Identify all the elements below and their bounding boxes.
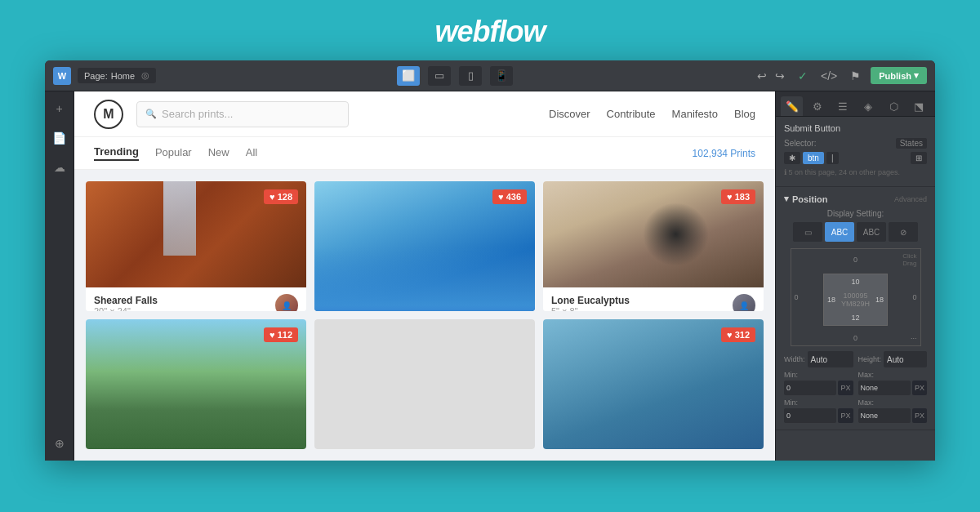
sidebar-assets-icon[interactable]: ☁ [49, 157, 70, 178]
heart-icon-6 [727, 330, 733, 340]
advanced-label[interactable]: Advanced [894, 195, 927, 203]
site-search-box[interactable]: 🔍 Search prints... [136, 101, 349, 127]
max-val-input[interactable]: None [858, 381, 911, 395]
device-mobile-btn[interactable]: 📱 [490, 66, 513, 86]
pos-label-bottom: 0 [853, 334, 858, 342]
display-none-btn[interactable]: ⊘ [889, 222, 918, 242]
tab-trending[interactable]: Trending [94, 145, 139, 161]
card-3-avatar: 👤 [733, 294, 755, 311]
code-btn[interactable]: </> [817, 68, 840, 84]
sel-tag-cursor[interactable]: | [826, 152, 839, 164]
toolbar-center: ⬜ ▭ ▯ 📱 [163, 66, 747, 86]
toolbar-right: ↩ ↪ ✓ </> ⚑ Publish [754, 67, 927, 84]
max2-val-input[interactable]: None [858, 408, 911, 423]
margin-left-val[interactable]: 18 [827, 296, 835, 304]
toolbar-logo: W [53, 67, 71, 85]
pos-label-left: 0 [795, 293, 799, 301]
publish-button[interactable]: Publish [871, 67, 927, 84]
display-block-btn[interactable]: ▭ [793, 222, 822, 242]
nav-manifesto[interactable]: Manifesto [672, 108, 718, 120]
website-content: M 🔍 Search prints... Discover Contribute… [74, 91, 775, 461]
redo-btn[interactable]: ↪ [772, 68, 788, 84]
min2-val-input[interactable]: 0 [784, 408, 836, 423]
card-3-image: 183 [543, 181, 764, 287]
height-input[interactable]: Auto [884, 351, 927, 367]
min-label: Min: [784, 371, 853, 379]
margin-bottom-val[interactable]: 12 [851, 314, 859, 322]
panel-tab-layout[interactable]: ☰ [831, 96, 853, 116]
nav-contribute[interactable]: Contribute [607, 108, 656, 120]
card-4-likes: 112 [264, 327, 298, 342]
nav-discover[interactable]: Discover [549, 108, 590, 120]
tab-new[interactable]: New [208, 146, 229, 160]
min-unit[interactable]: PX [838, 381, 853, 395]
states-btn[interactable]: States [896, 138, 927, 149]
preview-icon[interactable]: ◎ [141, 70, 149, 81]
flag-btn[interactable]: ⚑ [847, 68, 864, 84]
sidebar-layers-icon[interactable]: 📄 [49, 127, 70, 149]
device-desktop-btn[interactable]: ⬜ [397, 66, 420, 86]
panel-tab-interactions[interactable]: ◈ [858, 96, 880, 116]
pos-outer-box: 0 0 0 10 18 12 18 100095YM829H 0 ··· Cli… [791, 248, 921, 346]
device-tablet-btn[interactable]: ▯ [459, 66, 482, 86]
width-input[interactable]: Auto [808, 351, 853, 367]
sel-tag-grid[interactable]: ⊞ [911, 152, 927, 164]
webflow-header: webflow [0, 0, 980, 60]
max-unit[interactable]: PX [912, 381, 927, 395]
pos-more-btn[interactable]: ··· [911, 334, 917, 342]
sel-tag-btn[interactable]: btn [803, 152, 824, 164]
panel-tab-style[interactable]: ✏️ [781, 96, 803, 116]
position-section: ▾ Position Advanced Display Setting: ▭ A… [776, 187, 935, 430]
left-sidebar: + 📄 ☁ ⊕ [45, 91, 74, 461]
card-1-image: 128 [86, 181, 306, 287]
tab-popular[interactable]: Popular [155, 146, 192, 160]
card-6-image: 312 [543, 319, 764, 449]
inner-content: 100095YM829H [841, 292, 870, 308]
card-5 [314, 319, 535, 449]
main-area: + 📄 ☁ ⊕ M 🔍 Search prints... Discover Co… [45, 91, 935, 461]
margin-right-val[interactable]: 18 [875, 296, 884, 304]
selector-tags-row: ✱ btn | ⊞ [784, 152, 927, 164]
min-val-input[interactable]: 0 [784, 381, 836, 395]
pos-label-right: 0 [912, 293, 916, 301]
heart-icon-4 [270, 330, 275, 340]
click-drag-hint: ClickDrag [902, 252, 916, 267]
display-inline-btn[interactable]: ABC [857, 222, 886, 242]
page-label: Page: [84, 71, 108, 81]
tab-all[interactable]: All [246, 146, 257, 160]
min-inputs: 0 PX [784, 381, 853, 395]
right-panel: ✏️ ⚙ ☰ ◈ ⬡ ⬔ Submit Button Selector: Sta… [775, 91, 935, 461]
page-name: Home [111, 71, 135, 81]
panel-info-text: ℹ 5 on this page, 24 on other pages. [784, 168, 927, 176]
sel-tag-asterisk[interactable]: ✱ [784, 152, 800, 164]
panel-tab-export[interactable]: ⬔ [908, 96, 930, 116]
sidebar-add-icon[interactable]: + [49, 98, 70, 119]
height-group: Height: Auto [858, 351, 928, 367]
site-nav-links: Discover Contribute Manifesto Blog [549, 108, 755, 120]
panel-tab-settings[interactable]: ⚙ [806, 96, 828, 116]
minmax-row-2: Min: 0 PX Max: [784, 398, 927, 423]
margin-top-val[interactable]: 10 [851, 278, 859, 286]
display-inline-block-btn[interactable]: ABC [825, 222, 854, 242]
nav-blog[interactable]: Blog [734, 108, 755, 120]
min2-unit[interactable]: PX [838, 408, 853, 423]
sidebar-cms-icon[interactable]: ⊕ [49, 433, 70, 454]
max2-group: Max: None PX [858, 398, 928, 423]
panel-element-name: Submit Button [784, 123, 927, 133]
max2-unit[interactable]: PX [912, 408, 927, 423]
card-6-likes: 312 [721, 327, 755, 342]
webflow-logo: webflow [435, 15, 546, 49]
panel-tab-components[interactable]: ⬡ [883, 96, 905, 116]
width-label: Width: [784, 355, 805, 363]
site-nav: M 🔍 Search prints... Discover Contribute… [74, 91, 775, 137]
check-btn[interactable]: ✓ [795, 68, 811, 84]
device-tablet-landscape-btn[interactable]: ▭ [428, 66, 451, 86]
width-group: Width: Auto [784, 351, 853, 367]
page-indicator: Page: Home ◎ [78, 68, 156, 83]
pos-inner-box: 10 18 12 18 100095YM829H [823, 274, 888, 327]
search-icon: 🔍 [145, 109, 157, 119]
undo-btn[interactable]: ↩ [754, 68, 770, 84]
card-3-likes: 183 [721, 189, 755, 204]
panel-element-section: Submit Button Selector: States ✱ btn | ⊞… [776, 117, 935, 187]
heart-icon-3 [727, 192, 733, 202]
